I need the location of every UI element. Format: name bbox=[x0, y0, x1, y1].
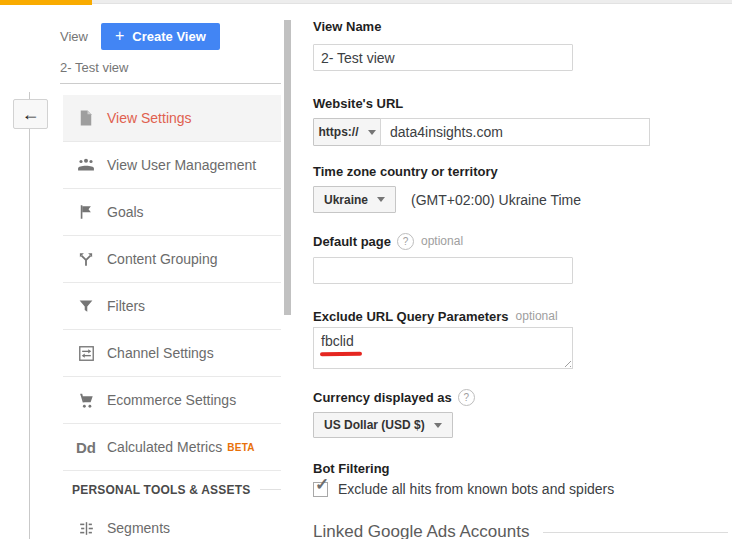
plus-icon: + bbox=[115, 28, 124, 44]
channel-settings-icon bbox=[75, 342, 97, 364]
bot-filtering-label: Bot Filtering bbox=[313, 461, 732, 476]
sidebar-item-segments[interactable]: Segments bbox=[63, 508, 281, 539]
exclude-params-textarea[interactable]: fbclid bbox=[313, 327, 573, 369]
chevron-down-icon bbox=[434, 423, 442, 428]
beta-badge: BETA bbox=[227, 442, 255, 453]
current-view-name: 2- Test view bbox=[60, 60, 281, 75]
chevron-down-icon bbox=[368, 130, 376, 135]
help-icon[interactable]: ? bbox=[397, 233, 414, 250]
admin-sidebar: View + Create View 2- Test view View Set… bbox=[60, 22, 281, 539]
chevron-down-icon bbox=[377, 197, 385, 202]
sidebar-divider bbox=[60, 83, 281, 84]
bot-filtering-row: ✓ Exclude all hits from known bots and s… bbox=[313, 481, 732, 498]
default-page-label: Default page bbox=[313, 234, 391, 249]
view-header-row: View + Create View bbox=[60, 22, 281, 50]
sidebar-item-label: View Settings bbox=[107, 110, 192, 126]
content-grouping-icon bbox=[75, 248, 97, 270]
view-settings-form: View Name Website's URL https:// Time zo… bbox=[313, 0, 732, 539]
exclude-params-value: fbclid bbox=[321, 333, 354, 349]
website-url-row: https:// bbox=[313, 118, 732, 146]
sidebar-item-label: Filters bbox=[107, 298, 145, 314]
document-icon bbox=[75, 107, 97, 129]
sidebar-item-content-grouping[interactable]: Content Grouping bbox=[63, 236, 281, 283]
create-view-label: Create View bbox=[132, 29, 205, 44]
active-tab-indicator bbox=[0, 0, 92, 5]
sidebar-scrollbar[interactable] bbox=[284, 20, 291, 315]
default-page-input[interactable] bbox=[313, 257, 573, 284]
users-icon bbox=[75, 154, 97, 176]
view-column-label: View bbox=[60, 29, 88, 44]
flag-icon bbox=[75, 201, 97, 223]
red-annotation-underline bbox=[320, 352, 362, 356]
resize-handle[interactable] bbox=[561, 357, 571, 367]
back-button[interactable]: ← bbox=[13, 99, 48, 129]
default-page-label-row: Default page ? optional bbox=[313, 233, 732, 250]
view-name-input[interactable] bbox=[313, 44, 573, 71]
sidebar-menu: View Settings View User Management Goals… bbox=[63, 95, 281, 539]
currency-value: US Dollar (USD $) bbox=[324, 418, 425, 432]
currency-dropdown[interactable]: US Dollar (USD $) bbox=[313, 412, 453, 438]
filter-icon bbox=[75, 295, 97, 317]
sidebar-item-label: View User Management bbox=[107, 157, 256, 173]
sidebar-item-view-settings[interactable]: View Settings bbox=[63, 95, 281, 142]
bot-filtering-checkbox[interactable]: ✓ bbox=[313, 482, 328, 497]
sidebar-item-label: Goals bbox=[107, 204, 144, 220]
optional-text: optional bbox=[516, 309, 558, 324]
hierarchy-rail bbox=[29, 92, 30, 539]
linked-ads-heading-row: Linked Google Ads Accounts bbox=[313, 522, 732, 539]
exclude-params-label: Exclude URL Query Parameters bbox=[313, 309, 509, 324]
heading-divider-line bbox=[543, 532, 728, 533]
website-url-label: Website's URL bbox=[313, 96, 732, 111]
segments-icon bbox=[75, 517, 97, 539]
currency-label-row: Currency displayed as ? bbox=[313, 389, 732, 406]
dd-icon: Dd bbox=[75, 436, 97, 458]
create-view-button[interactable]: + Create View bbox=[101, 23, 220, 50]
timezone-gmt-text: (GMT+02:00) Ukraine Time bbox=[411, 192, 581, 208]
sidebar-item-label: Calculated Metrics bbox=[107, 439, 222, 455]
help-icon[interactable]: ? bbox=[458, 389, 475, 406]
timezone-row: Ukraine (GMT+02:00) Ukraine Time bbox=[313, 186, 732, 213]
sidebar-item-label: Content Grouping bbox=[107, 251, 218, 267]
timezone-country-dropdown[interactable]: Ukraine bbox=[313, 186, 396, 213]
sidebar-item-ecommerce-settings[interactable]: Ecommerce Settings bbox=[63, 377, 281, 424]
timezone-country-value: Ukraine bbox=[324, 193, 368, 207]
view-name-label: View Name bbox=[313, 19, 732, 34]
section-header-line bbox=[260, 489, 281, 490]
checkmark-icon: ✓ bbox=[315, 476, 329, 493]
linked-ads-heading: Linked Google Ads Accounts bbox=[313, 522, 529, 539]
exclude-params-label-row: Exclude URL Query Parameters optional bbox=[313, 309, 732, 324]
cart-icon bbox=[75, 389, 97, 411]
sidebar-item-label: Segments bbox=[107, 520, 170, 536]
bot-filtering-checkbox-label: Exclude all hits from known bots and spi… bbox=[338, 481, 614, 498]
sidebar-item-channel-settings[interactable]: Channel Settings bbox=[63, 330, 281, 377]
optional-text: optional bbox=[421, 234, 463, 249]
section-header-label: PERSONAL TOOLS & ASSETS bbox=[63, 483, 250, 497]
protocol-value: https:// bbox=[319, 125, 359, 139]
currency-label: Currency displayed as bbox=[313, 390, 452, 405]
timezone-label: Time zone country or territory bbox=[313, 164, 732, 179]
website-url-input[interactable] bbox=[380, 118, 650, 146]
sidebar-item-view-user-management[interactable]: View User Management bbox=[63, 142, 281, 189]
back-arrow-icon: ← bbox=[22, 104, 40, 125]
sidebar-item-calculated-metrics[interactable]: Dd Calculated Metrics BETA bbox=[63, 424, 281, 471]
sidebar-item-label: Ecommerce Settings bbox=[107, 392, 236, 408]
personal-tools-section-header: PERSONAL TOOLS & ASSETS bbox=[63, 471, 281, 508]
sidebar-item-goals[interactable]: Goals bbox=[63, 189, 281, 236]
sidebar-item-label: Channel Settings bbox=[107, 345, 214, 361]
protocol-dropdown[interactable]: https:// bbox=[313, 118, 381, 146]
sidebar-item-filters[interactable]: Filters bbox=[63, 283, 281, 330]
